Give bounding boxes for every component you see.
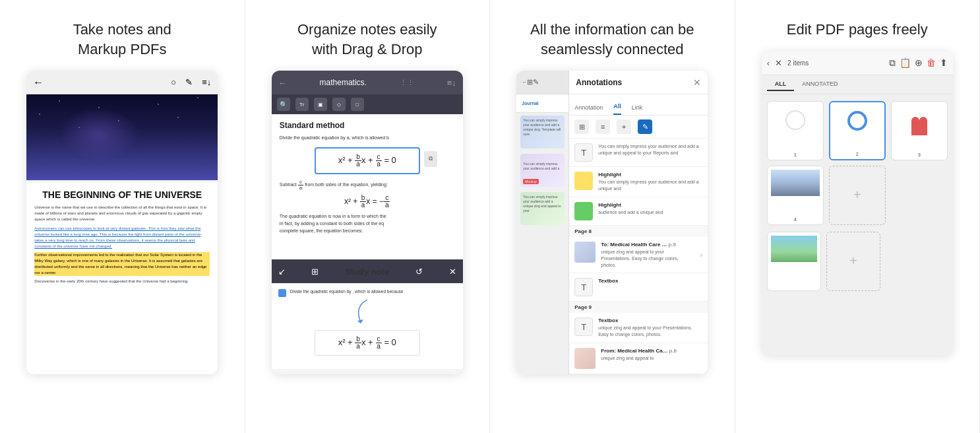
sidebar-journal[interactable]: Journal: [516, 94, 568, 113]
ann-text1: You can simply impress your audience and…: [598, 143, 702, 156]
copy-page-icon[interactable]: ⧉: [889, 57, 896, 69]
markup-icon[interactable]: ✎: [185, 77, 193, 87]
page2-num: 2: [830, 151, 884, 157]
grid-tool-icon[interactable]: ⊞: [574, 119, 589, 134]
ann-page9-desc2: unique zing and appeal to: [601, 355, 702, 362]
annotations-close-icon[interactable]: ✕: [693, 77, 701, 88]
conn-back-icon[interactable]: ←: [522, 79, 527, 85]
annotations-tabs: Annotation All Link: [569, 94, 708, 116]
bookmark-tool-icon[interactable]: ⌖: [617, 119, 631, 134]
eq1-text: x² + bax + ca = 0: [338, 155, 396, 165]
page-thumb-1[interactable]: 1: [767, 101, 824, 160]
edit-prev-icon[interactable]: ‹: [767, 58, 770, 68]
search-tool-icon[interactable]: 🔍: [277, 98, 290, 111]
ann-title2: Highlight: [598, 172, 702, 178]
ann-page8-item1: To: Medical Health Care … p.9 unique zin…: [569, 237, 708, 273]
arrow-right-icon[interactable]: ›: [700, 251, 703, 259]
equation3: x² + bax + ca = 0: [315, 330, 420, 356]
math-topbar: ← mathematics. ⋮⋮ ≡↓: [272, 71, 463, 94]
checkbox-row: Divide the quadratic equation by , which…: [278, 288, 456, 297]
tab-annotated[interactable]: ANNOTATED: [794, 78, 845, 91]
annotations-header: Annotations ✕: [569, 71, 708, 94]
copy-icon[interactable]: ⧉: [424, 151, 437, 167]
ann-icon-T3: T: [574, 317, 593, 336]
checkbox1-text: Divide the quadratic equation by , which…: [290, 288, 404, 295]
tab-all[interactable]: All: [613, 103, 621, 115]
ann-item-3: Highlight audience and add a unique and: [569, 197, 708, 226]
page-thumb-2[interactable]: 2: [829, 101, 886, 160]
add-page-button2[interactable]: +: [826, 232, 880, 291]
equation2: x² + bax = −ca: [280, 195, 455, 209]
image-tool-icon[interactable]: ▣: [314, 98, 327, 111]
checkbox1[interactable]: [278, 289, 286, 297]
ann-page8-title1: To: Medical Health Care … p.9: [601, 242, 694, 248]
text-tool-icon[interactable]: Tr: [295, 98, 309, 111]
ann-title3: Highlight: [598, 202, 702, 208]
space-image: [26, 94, 218, 180]
ann-page9-item2: From: Medical Health Ca… p.8 unique zing…: [569, 343, 708, 374]
math-menu-icon[interactable]: ≡↓: [447, 78, 456, 88]
ann-page9-desc1: unique zing and appeal to your Presentat…: [598, 325, 702, 338]
insert-icon[interactable]: ⊕: [915, 57, 923, 68]
ann-desc3: audience and add a unique and: [598, 209, 702, 216]
share-icon[interactable]: ⬆: [940, 57, 948, 68]
conn-thumb2: You can simply impress your audience and…: [520, 154, 565, 187]
tab-annotation[interactable]: Annotation: [574, 104, 603, 115]
edit-toolbar-right: ⧉ 📋 ⊕ 🗑 ⬆: [889, 57, 948, 69]
tab-link[interactable]: Link: [632, 104, 643, 115]
conn-edit-icon[interactable]: ✎: [533, 78, 539, 86]
note2-undo-icon[interactable]: ↺: [415, 267, 423, 277]
page3-heart: [911, 121, 927, 135]
conn-thumb1: You can simply impress your audience and…: [520, 116, 565, 149]
annotations-list: T You can simply impress your audience a…: [569, 139, 708, 374]
math-section-title: Standard method: [280, 121, 455, 130]
study-note-bar2: ↙ ⊞ Study note ↺ ✕: [272, 259, 463, 283]
ann-icon-T2: T: [574, 278, 593, 296]
ann-page9-title1: Textbox: [598, 317, 702, 323]
page-thumb-extra1[interactable]: [767, 232, 821, 291]
pen-tool-icon[interactable]: □: [351, 98, 364, 111]
panel2-title: Organize notes easilywith Drag & Drop: [297, 20, 437, 59]
page4-num: 4: [768, 216, 823, 222]
page-thumb-4[interactable]: 4: [767, 166, 824, 225]
delete-icon[interactable]: 🗑: [927, 57, 936, 68]
conn-grid-icon[interactable]: ⊞: [527, 78, 533, 86]
edit-page-grid: 1 2 3: [762, 94, 953, 232]
home-icon[interactable]: ○: [171, 77, 176, 87]
conn-topbar: ← ⊞ ✎: [516, 71, 568, 94]
pen-tool-icon2[interactable]: ✎: [638, 119, 652, 134]
edit-close-icon[interactable]: ✕: [775, 58, 782, 68]
pdf-body1: Universe is the name that we use to desc…: [34, 205, 210, 222]
ann-text3: Highlight audience and add a unique and: [598, 202, 702, 216]
menu-icon[interactable]: ≡↓: [202, 77, 211, 87]
math-drag-icon[interactable]: ⋮⋮: [400, 79, 414, 87]
ann-page9-text1: Textbox unique zing and appeal to your P…: [598, 317, 702, 338]
math-back-icon[interactable]: ←: [278, 78, 287, 88]
pdf-body2: Discoveries in the early 20th century ha…: [34, 279, 210, 284]
note2-close-icon[interactable]: ✕: [449, 267, 456, 277]
equation1-container: x² + bax + ca = 0 ⧉: [301, 147, 433, 174]
edit-nav-left: ‹ ✕ 2 items: [767, 58, 809, 68]
tab-all[interactable]: ALL: [767, 78, 795, 91]
math-main-content: Standard method Divide the quadratic equ…: [272, 114, 463, 259]
page2-content: [830, 102, 884, 150]
math-topic: mathematics.: [320, 78, 367, 87]
ann-page9-title2: From: Medical Health Ca… p.8: [601, 348, 702, 354]
list-tool-icon[interactable]: ≡: [596, 119, 610, 134]
note2-grid-icon[interactable]: ⊞: [311, 267, 319, 277]
note2-expand-icon[interactable]: ↙: [278, 267, 286, 277]
ann-page8-text: To: Medical Health Care … p.9 unique zin…: [601, 242, 694, 268]
ann-item-2: Highlight You can simply impress your au…: [569, 167, 708, 197]
ann-icon-green1: [574, 202, 593, 220]
add-page-button[interactable]: +: [829, 166, 886, 225]
shape-tool-icon[interactable]: ◇: [332, 98, 346, 111]
page-thumb-3[interactable]: 3: [891, 101, 948, 160]
back-icon[interactable]: ←: [33, 77, 44, 88]
page4-mountain: [771, 170, 820, 196]
panel1-title: Take notes andMarkup PDFs: [73, 20, 171, 59]
panel-edit-pdf: Edit PDF pages freely ‹ ✕ 2 items ⧉ 📋 ⊕ …: [735, 0, 981, 433]
pdf-mockup: ← ○ ✎ ≡↓ THE BEGINNING OF THE UNIVERSE U…: [26, 71, 218, 374]
page3-content: [892, 102, 947, 149]
paste-icon[interactable]: 📋: [900, 57, 911, 68]
pdf-highlight1: Astronomers can use telescopes to look a…: [34, 226, 210, 250]
